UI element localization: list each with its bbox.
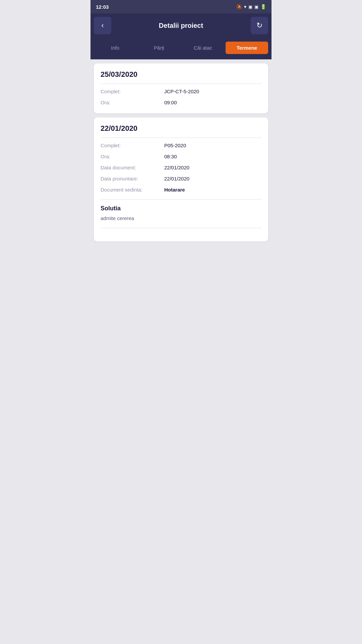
back-button[interactable]: ‹: [94, 17, 111, 34]
tab-parti[interactable]: Părți: [138, 42, 180, 54]
signal-icon: ▣: [248, 4, 252, 9]
field-label-complet-2: Complet:: [101, 143, 164, 148]
field-row: Complet: JCP-CT-5-2020: [101, 89, 261, 94]
page-title: Detalii proiect: [111, 22, 251, 30]
field-label-data-pronuntare: Data pronuntare:: [101, 176, 164, 181]
term-card-2: 22/01/2020 Complet: P05-2020 Ora: 08:30 …: [94, 117, 268, 241]
card-1-fields: Complet: JCP-CT-5-2020 Ora: 09:00: [101, 89, 261, 105]
tab-cai-atac[interactable]: Căi atac: [182, 42, 224, 54]
field-row: Data document: 22/01/2020: [101, 165, 261, 170]
card-2-date: 22/01/2020: [101, 124, 261, 138]
field-value-doc-sedinta: Hotarare: [164, 187, 185, 193]
field-label-ora-2: Ora:: [101, 154, 164, 159]
bell-muted-icon: 🔕: [236, 4, 242, 9]
solutia-title: Solutia: [101, 205, 261, 212]
status-icons: 🔕 ▾ ▣ ▣ 🔋: [236, 4, 266, 9]
solutia-text: admite cererea: [101, 215, 261, 221]
field-label-ora-1: Ora:: [101, 100, 164, 105]
field-row: Data pronuntare: 22/01/2020: [101, 176, 261, 181]
field-value-complet-2: P05-2020: [164, 143, 186, 148]
status-time: 12:03: [96, 4, 109, 10]
term-card-1: 25/03/2020 Complet: JCP-CT-5-2020 Ora: 0…: [94, 63, 268, 113]
header: ‹ Detalii proiect ↻: [90, 13, 272, 38]
content-area: 25/03/2020 Complet: JCP-CT-5-2020 Ora: 0…: [90, 59, 272, 246]
tab-termene[interactable]: Termene: [226, 42, 268, 54]
back-icon: ‹: [101, 21, 104, 30]
tab-info[interactable]: Info: [94, 42, 136, 54]
field-value-data-doc: 22/01/2020: [164, 165, 189, 170]
card-1-date: 25/03/2020: [101, 70, 261, 84]
field-value-data-pronuntare: 22/01/2020: [164, 176, 189, 181]
field-label-data-doc: Data document:: [101, 165, 164, 170]
sim-icon: ▣: [254, 4, 258, 9]
tabs-bar: Info Părți Căi atac Termene: [90, 38, 272, 59]
field-label-doc-sedinta: Document sedinta:: [101, 187, 164, 193]
field-row: Complet: P05-2020: [101, 143, 261, 148]
wifi-icon: ▾: [244, 4, 246, 9]
refresh-button[interactable]: ↻: [251, 17, 268, 34]
field-row: Document sedinta: Hotarare: [101, 187, 261, 193]
field-value-complet-1: JCP-CT-5-2020: [164, 89, 199, 94]
section-divider: [101, 199, 261, 200]
battery-icon: 🔋: [260, 4, 266, 9]
section-divider-bottom: [101, 228, 261, 228]
card-2-fields: Complet: P05-2020 Ora: 08:30 Data docume…: [101, 143, 261, 193]
field-row: Ora: 09:00: [101, 100, 261, 105]
status-bar: 12:03 🔕 ▾ ▣ ▣ 🔋: [90, 0, 272, 13]
field-value-ora-1: 09:00: [164, 100, 177, 105]
field-label-complet-1: Complet:: [101, 89, 164, 94]
refresh-icon: ↻: [256, 21, 262, 30]
field-row: Ora: 08:30: [101, 154, 261, 159]
field-value-ora-2: 08:30: [164, 154, 177, 159]
